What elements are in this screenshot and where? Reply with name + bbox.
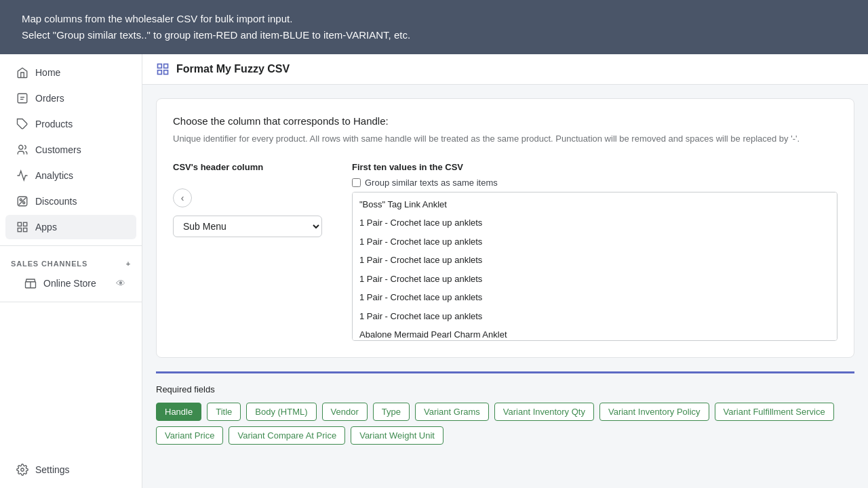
sidebar-item-orders-label: Orders bbox=[35, 93, 64, 104]
values-list[interactable]: "Boss" Tag Link Anklet1 Pair - Crochet l… bbox=[352, 192, 837, 341]
csv-header-label: CSV's header column bbox=[173, 162, 263, 172]
choose-desc: Unique identifier for every product. All… bbox=[173, 132, 837, 146]
sidebar: Home Orders Products bbox=[0, 54, 142, 488]
required-tag-type[interactable]: Type bbox=[373, 403, 410, 421]
sales-channels-header: SALES CHANNELS + bbox=[0, 251, 142, 270]
sidebar-item-products[interactable]: Products bbox=[5, 112, 136, 136]
list-item: 1 Pair - Crochet lace up anklets bbox=[353, 232, 837, 251]
sidebar-item-customers-label: Customers bbox=[35, 144, 81, 155]
list-item: Abalone Mermaid Pearl Charm Anklet bbox=[353, 325, 837, 341]
required-tag-variant-fulfillment-service[interactable]: Variant Fulfillment Service bbox=[715, 403, 834, 421]
add-sales-channel-button[interactable]: + bbox=[126, 260, 131, 268]
group-similar-checkbox[interactable] bbox=[352, 178, 361, 187]
sidebar-item-online-store[interactable]: Online Store 👁 bbox=[5, 271, 136, 296]
required-tag-variant-inventory-qty[interactable]: Variant Inventory Qty bbox=[494, 403, 594, 421]
back-arrow-button[interactable]: ‹ bbox=[173, 188, 192, 207]
settings-icon bbox=[16, 464, 28, 476]
sidebar-item-analytics[interactable]: Analytics bbox=[5, 163, 136, 188]
sub-menu-select[interactable]: Sub Menu bbox=[173, 216, 322, 237]
list-item: 1 Pair - Crochet lace up anklets bbox=[353, 251, 837, 270]
sidebar-item-apps-label: Apps bbox=[35, 222, 57, 232]
choose-label: Choose the column that corresponds to Ha… bbox=[173, 115, 837, 127]
top-banner: Map columns from the wholesaler CSV for … bbox=[0, 0, 868, 54]
page-header: Format My Fuzzy CSV bbox=[142, 54, 868, 85]
required-fields-title: Required fields bbox=[156, 384, 854, 394]
sidebar-item-home-label: Home bbox=[35, 67, 60, 78]
svg-point-6 bbox=[23, 202, 25, 204]
online-store-icon bbox=[24, 277, 37, 289]
svg-rect-17 bbox=[164, 64, 168, 68]
discounts-icon bbox=[16, 195, 28, 207]
required-tag-body-(html)[interactable]: Body (HTML) bbox=[246, 403, 316, 421]
online-store-eye-icon: 👁 bbox=[116, 278, 125, 289]
sidebar-divider-2 bbox=[0, 302, 142, 302]
list-item: 1 Pair - Crochet lace up anklets bbox=[353, 270, 837, 289]
analytics-icon bbox=[16, 169, 28, 182]
sidebar-item-home[interactable]: Home bbox=[5, 60, 136, 85]
svg-rect-19 bbox=[164, 70, 168, 75]
svg-point-15 bbox=[21, 468, 24, 472]
first-ten-label: First ten values in the CSV bbox=[352, 162, 837, 172]
main-card: Choose the column that corresponds to Ha… bbox=[156, 98, 854, 358]
required-tag-variant-grams[interactable]: Variant Grams bbox=[415, 403, 489, 421]
svg-rect-9 bbox=[18, 222, 21, 226]
required-tag-variant-inventory-policy[interactable]: Variant Inventory Policy bbox=[599, 403, 709, 421]
svg-rect-18 bbox=[158, 70, 162, 75]
banner-line1: Map columns from the wholesaler CSV for … bbox=[22, 11, 846, 27]
required-fields-section: Required fields HandleTitleBody (HTML)Ve… bbox=[142, 373, 868, 461]
required-tag-variant-price[interactable]: Variant Price bbox=[156, 426, 223, 445]
page-title: Format My Fuzzy CSV bbox=[176, 63, 290, 75]
list-item: 1 Pair - Crochet lace up anklets bbox=[353, 288, 837, 307]
required-tag-vendor[interactable]: Vendor bbox=[322, 403, 368, 421]
home-icon bbox=[16, 66, 28, 79]
main-content: Format My Fuzzy CSV Choose the column th… bbox=[142, 54, 868, 488]
sidebar-item-discounts[interactable]: Discounts bbox=[5, 189, 136, 214]
svg-point-5 bbox=[20, 199, 22, 201]
settings-label: Settings bbox=[35, 464, 70, 475]
left-column: CSV's header column ‹ Sub Menu bbox=[173, 162, 336, 237]
svg-rect-16 bbox=[158, 64, 162, 68]
sidebar-item-apps[interactable]: Apps bbox=[5, 215, 136, 239]
required-tag-handle[interactable]: Handle bbox=[156, 403, 201, 421]
online-store-label: Online Store bbox=[43, 278, 96, 289]
apps-icon bbox=[16, 221, 28, 233]
required-tag-title[interactable]: Title bbox=[207, 403, 241, 421]
banner-line2: Select "Group similar texts.." to group … bbox=[22, 27, 846, 43]
sidebar-item-customers[interactable]: Customers bbox=[5, 138, 136, 162]
sidebar-item-products-label: Products bbox=[35, 119, 73, 129]
list-item: "Boss" Tag Link Anklet bbox=[353, 195, 837, 214]
group-checkbox-row: Group similar texts as same items bbox=[352, 178, 837, 188]
required-tag-variant-weight-unit[interactable]: Variant Weight Unit bbox=[351, 426, 443, 445]
sidebar-divider bbox=[0, 245, 142, 246]
list-item: 1 Pair - Crochet lace up anklets bbox=[353, 214, 837, 232]
right-column: First ten values in the CSV Group simila… bbox=[352, 162, 837, 341]
columns-layout: CSV's header column ‹ Sub Menu First ten… bbox=[173, 162, 837, 341]
svg-rect-12 bbox=[24, 228, 27, 232]
format-csv-icon bbox=[156, 62, 170, 76]
group-checkbox-label[interactable]: Group similar texts as same items bbox=[365, 178, 498, 188]
svg-rect-10 bbox=[24, 222, 27, 226]
sidebar-item-analytics-label: Analytics bbox=[35, 170, 73, 181]
orders-icon bbox=[16, 92, 28, 104]
svg-point-4 bbox=[19, 145, 23, 149]
required-tag-variant-compare-at-price[interactable]: Variant Compare At Price bbox=[229, 426, 345, 445]
sidebar-item-orders[interactable]: Orders bbox=[5, 86, 136, 110]
products-icon bbox=[16, 118, 28, 130]
customers-icon bbox=[16, 144, 28, 156]
svg-rect-0 bbox=[18, 94, 27, 103]
svg-rect-11 bbox=[18, 228, 21, 232]
sidebar-item-settings[interactable]: Settings bbox=[5, 458, 136, 482]
required-tags-row: HandleTitleBody (HTML)VendorTypeVariant … bbox=[156, 403, 854, 445]
list-item: 1 Pair - Crochet lace up anklets bbox=[353, 307, 837, 326]
sidebar-item-discounts-label: Discounts bbox=[35, 196, 77, 207]
